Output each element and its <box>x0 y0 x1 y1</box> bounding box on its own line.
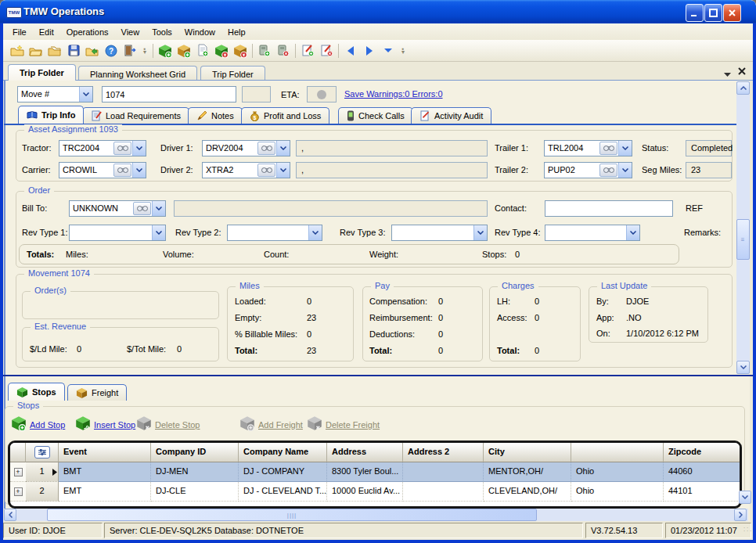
minimize-button[interactable] <box>686 4 704 22</box>
edit-add-icon[interactable] <box>298 42 317 59</box>
vertical-scrollbar-thumb[interactable]: ≡ <box>736 219 750 260</box>
horizontal-scrollbar-thumb[interactable]: |||| <box>47 509 537 521</box>
nav-dropdown-icon[interactable] <box>379 42 398 59</box>
trailer2-combo[interactable]: PUP02 <box>544 162 632 178</box>
maximize-button[interactable] <box>704 4 722 22</box>
tractor-combo[interactable]: TRC2004 <box>59 140 146 156</box>
scroll-down-icon[interactable] <box>736 361 750 374</box>
toolbar-overflow-icon[interactable]: ▪▾ <box>399 43 407 59</box>
lookup-binoculars-icon[interactable] <box>599 164 617 177</box>
grid-scroll-down-icon[interactable] <box>739 491 751 504</box>
add-document-icon[interactable] <box>193 42 212 59</box>
menu-view[interactable]: View <box>115 25 146 39</box>
lookup-binoculars-icon[interactable] <box>113 164 131 177</box>
col-address[interactable]: Address <box>327 443 403 462</box>
close-button[interactable] <box>723 4 741 22</box>
export-folder-icon[interactable] <box>83 42 102 59</box>
add-stop-link[interactable]: Add Stop <box>30 420 65 430</box>
chevron-down-icon[interactable] <box>152 225 165 240</box>
menu-window[interactable]: Window <box>178 25 221 39</box>
lookup-binoculars-icon[interactable] <box>599 142 617 155</box>
chevron-down-icon[interactable] <box>618 141 632 156</box>
col-address2[interactable]: Address 2 <box>403 443 484 462</box>
trailer1-combo[interactable]: TRL2004 <box>544 140 632 156</box>
chevron-down-icon[interactable] <box>276 141 290 156</box>
back-icon[interactable] <box>341 42 360 59</box>
col-event[interactable]: Event <box>59 443 151 462</box>
expand-row-icon[interactable]: + <box>14 487 23 496</box>
move-number-input[interactable] <box>102 86 236 102</box>
search-type-combo[interactable]: Move # <box>17 86 93 102</box>
chevron-down-icon[interactable] <box>79 87 92 102</box>
chevron-down-icon[interactable] <box>132 163 146 178</box>
table-row[interactable]: + 2 EMT DJ-CLE DJ - CLEVELAND T... 10000… <box>10 482 740 502</box>
forward-icon[interactable] <box>360 42 379 59</box>
save-icon[interactable] <box>64 42 83 59</box>
tab-freight[interactable]: Freight <box>67 384 127 401</box>
menu-file[interactable]: File <box>6 25 33 39</box>
menu-help[interactable]: Help <box>221 25 252 39</box>
tab-close-icon[interactable] <box>738 67 746 77</box>
rev-type3-dropdown[interactable] <box>391 225 488 241</box>
contact-input[interactable] <box>545 200 673 217</box>
new-folder-icon[interactable] <box>8 42 27 59</box>
driver2-combo[interactable]: XTRA2 <box>202 162 290 178</box>
bill-to-combo[interactable]: UNKNOWN <box>69 200 166 217</box>
lookup-binoculars-icon[interactable] <box>133 202 151 215</box>
tab-trip-folder-1[interactable]: Trip Folder <box>8 64 76 81</box>
tab-list-dropdown-icon[interactable] <box>724 69 731 78</box>
insert-stop-link[interactable]: Insert Stop <box>94 420 135 430</box>
lookup-binoculars-icon[interactable] <box>257 164 275 177</box>
rev-type1-dropdown[interactable] <box>69 225 166 241</box>
chevron-down-icon[interactable] <box>276 163 290 178</box>
driver1-combo[interactable]: DRV2004 <box>202 140 290 156</box>
tab-trip-info[interactable]: Trip Info <box>18 106 84 124</box>
menu-operations[interactable]: Operations <box>60 25 115 39</box>
unassign-icon[interactable] <box>274 42 293 59</box>
col-company-id[interactable]: Company ID <box>151 443 239 462</box>
table-row[interactable]: + 1 BMT DJ-MEN DJ - COMPANY 8300 Tyler B… <box>10 462 740 482</box>
help-icon[interactable]: ? <box>102 42 121 59</box>
col-zipcode[interactable]: Zipcode <box>664 443 740 462</box>
add-stop-icon[interactable] <box>11 415 27 433</box>
scroll-up-icon[interactable] <box>736 81 750 95</box>
copy-folder-icon[interactable] <box>45 42 64 59</box>
menu-edit[interactable]: Edit <box>33 25 60 39</box>
tab-planning-worksheet-grid[interactable]: Planning Worksheet Grid <box>78 66 197 81</box>
tab-trip-folder-2[interactable]: Trip Folder <box>200 66 265 81</box>
add-order-icon[interactable] <box>175 42 193 59</box>
scroll-left-icon[interactable] <box>4 509 16 521</box>
menu-tools[interactable]: Tools <box>146 25 178 39</box>
col-blank[interactable] <box>571 443 664 462</box>
tab-activity-audit[interactable]: Activity Audit <box>411 107 491 124</box>
chevron-down-icon[interactable] <box>152 201 165 216</box>
edit-remove-icon[interactable] <box>317 42 336 59</box>
delete-order-icon[interactable] <box>231 42 250 59</box>
tab-notes[interactable]: Notes <box>188 107 243 124</box>
carrier-combo[interactable]: CROWIL <box>59 162 146 178</box>
add-trip-icon[interactable] <box>156 42 175 59</box>
col-city[interactable]: City <box>484 443 571 462</box>
chevron-down-icon[interactable] <box>473 225 487 240</box>
delete-trip-icon[interactable] <box>212 42 231 59</box>
grid-options-icon[interactable] <box>34 446 50 458</box>
tab-check-calls[interactable]: Check Calls <box>338 107 413 124</box>
tab-stops[interactable]: Stops <box>8 383 65 401</box>
resize-grip-icon[interactable]: ˙˙˙˙˙ <box>743 529 753 535</box>
expand-row-icon[interactable]: + <box>14 468 23 476</box>
scroll-right-icon[interactable] <box>734 509 747 521</box>
chevron-down-icon[interactable] <box>308 225 322 240</box>
rev-type4-dropdown[interactable] <box>545 225 640 241</box>
chevron-down-icon[interactable] <box>132 141 146 156</box>
rev-type2-dropdown[interactable] <box>227 225 322 241</box>
lookup-binoculars-icon[interactable] <box>113 142 131 155</box>
tab-profit-and-loss[interactable]: $ Profit and Loss <box>241 107 329 124</box>
assign-icon[interactable] <box>255 42 274 59</box>
open-folder-icon[interactable] <box>27 42 45 59</box>
col-company-name[interactable]: Company Name <box>239 443 327 462</box>
chevron-down-icon[interactable] <box>618 163 632 178</box>
chevron-down-icon[interactable] <box>626 225 639 240</box>
save-warnings-link[interactable]: Save Warnings:0 Errors:0 <box>344 89 443 99</box>
toolbar-overflow-icon[interactable]: ▪▾ <box>141 43 149 59</box>
lookup-binoculars-icon[interactable] <box>257 142 275 155</box>
